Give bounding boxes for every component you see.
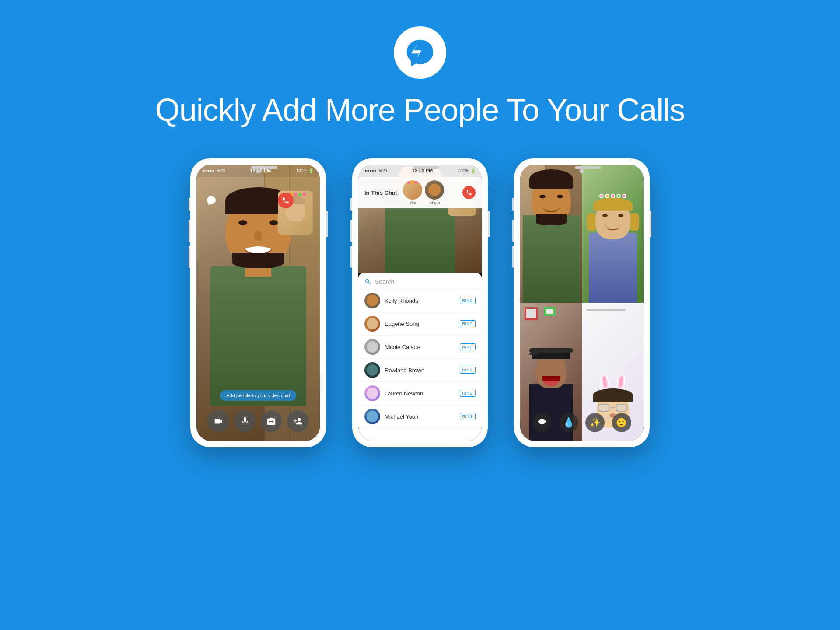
- end-call-button[interactable]: [278, 192, 294, 208]
- contact-name-kelly: Kelly Rhoads: [385, 298, 455, 304]
- add-people-tooltip: Add people to your video chat: [220, 390, 296, 401]
- video-tile-1: [520, 164, 582, 303]
- phone3-controls: 💧 ✨ 🙂: [520, 413, 644, 432]
- phone-2: ●●●●● WiFi 12:00 PM 100% 🔋 In This Chat: [352, 158, 488, 447]
- flip-camera-button[interactable]: [260, 410, 282, 432]
- contact-eugene[interactable]: Eugene Song RING: [358, 312, 482, 336]
- header: Quickly Add More People To Your Calls: [0, 0, 840, 154]
- contact-name-nicole: Nicole Calace: [385, 344, 455, 350]
- participant-you-avatar: [403, 180, 422, 200]
- messenger-logo: [394, 26, 446, 79]
- contact-kelly[interactable]: Kelly Rhoads RING: [358, 289, 482, 312]
- contact-name-lauren: Lauren Newton: [385, 390, 455, 397]
- bottom-controls: [196, 410, 320, 432]
- phone-1: ●●●●● WiFi 12:00 PM 100% 🔋: [190, 158, 326, 447]
- add-person-button[interactable]: [287, 410, 309, 432]
- ring-button-eugene[interactable]: RING: [460, 320, 476, 327]
- contact-lauren[interactable]: Lauren Newton RING: [358, 382, 482, 405]
- app-container: Quickly Add More People To Your Calls ●●…: [0, 0, 840, 630]
- contact-nicole[interactable]: Nicole Calace RING: [358, 336, 482, 359]
- water-drop-button[interactable]: 💧: [559, 413, 578, 432]
- participant-andre-avatar: [425, 180, 444, 200]
- contact-name-rowland: Rowland Brown: [385, 367, 455, 374]
- smiley-button[interactable]: 🙂: [612, 413, 631, 432]
- camera-button-3[interactable]: [532, 413, 552, 432]
- contact-list-panel: Search Kelly Rhoads RING: [358, 273, 482, 441]
- search-bar[interactable]: Search: [358, 273, 482, 289]
- contact-michael[interactable]: Michael Yoon RING: [358, 405, 482, 428]
- participant-you-label: You: [410, 200, 416, 205]
- ring-button-nicole[interactable]: RING: [460, 343, 476, 350]
- contact-name-eugene: Eugene Song: [385, 321, 455, 327]
- mic-button[interactable]: [234, 410, 256, 432]
- sparkle-button[interactable]: ✨: [585, 413, 605, 432]
- ring-button-kelly[interactable]: RING: [460, 297, 476, 304]
- phones-container: ●●●●● WiFi 12:00 PM 100% 🔋: [0, 154, 840, 447]
- in-this-chat-bar: In This Chat: [358, 177, 482, 208]
- contact-name-michael: Michael Yoon: [385, 413, 455, 420]
- end-call-button-2[interactable]: [462, 186, 476, 199]
- video-button[interactable]: [207, 410, 229, 432]
- ring-button-lauren[interactable]: RING: [460, 390, 476, 397]
- headline: Quickly Add More People To Your Calls: [155, 92, 685, 128]
- ring-button-michael[interactable]: RING: [460, 413, 476, 420]
- chat-icon[interactable]: [203, 192, 219, 208]
- search-placeholder: Search: [375, 278, 394, 285]
- video-tile-2: [582, 164, 644, 303]
- contact-rowland[interactable]: Rowland Brown RING: [358, 359, 482, 382]
- in-this-chat-label: In This Chat: [364, 189, 397, 196]
- ring-button-rowland[interactable]: RING: [460, 367, 476, 374]
- phone-3: 💧 ✨ 🙂: [514, 158, 650, 447]
- participant-andre-label: Andre: [429, 200, 440, 205]
